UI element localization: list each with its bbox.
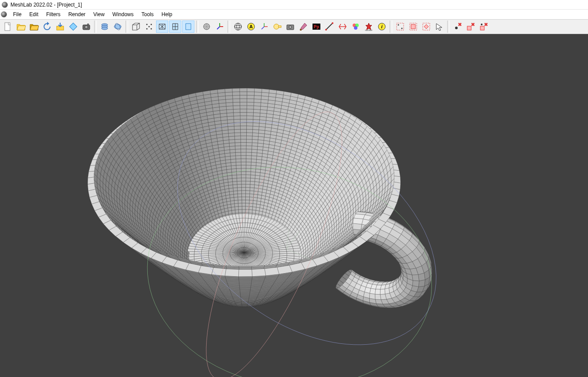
svg-marker-782 <box>231 165 236 169</box>
axes-color-icon <box>215 22 224 31</box>
svg-marker-2316 <box>247 95 255 99</box>
toolbar-separator <box>94 21 97 33</box>
open-project-button[interactable] <box>15 21 27 33</box>
menu-view[interactable]: View <box>90 10 108 18</box>
wireframe-button[interactable] <box>156 21 168 33</box>
select-face-button[interactable] <box>407 21 419 33</box>
ref-points-button[interactable] <box>310 21 323 33</box>
svg-marker-6841 <box>380 289 385 295</box>
menu-render[interactable]: Render <box>65 10 89 18</box>
svg-marker-1292 <box>252 139 258 143</box>
svg-marker-479 <box>254 185 259 188</box>
save-project-button[interactable] <box>67 21 79 33</box>
svg-marker-1884 <box>247 113 253 116</box>
svg-marker-1632 <box>240 123 247 126</box>
svg-marker-347 <box>230 194 234 198</box>
snapshot-button[interactable] <box>80 21 92 33</box>
menu-filters[interactable]: Filters <box>43 10 64 18</box>
svg-marker-172 <box>235 206 239 210</box>
svg-marker-268 <box>238 197 242 200</box>
svg-marker-2499 <box>262 93 269 96</box>
svg-marker-8806 <box>239 283 252 284</box>
info-button[interactable] <box>376 21 388 33</box>
flat-fill-button[interactable] <box>182 21 194 33</box>
menu-bar: File Edit Filters Render View Windows To… <box>0 10 588 19</box>
measure-button[interactable] <box>323 21 336 33</box>
svg-marker-870 <box>256 162 262 166</box>
svg-marker-1984 <box>260 113 267 117</box>
import-mesh-button[interactable] <box>28 21 40 33</box>
svg-marker-1601 <box>228 126 235 130</box>
svg-marker-191 <box>245 203 249 207</box>
svg-marker-1198 <box>246 143 252 146</box>
delete-all-button[interactable] <box>478 21 490 33</box>
export-icon <box>55 22 65 31</box>
svg-marker-264 <box>231 201 235 204</box>
flat-lines-button[interactable] <box>169 21 181 33</box>
camera2-icon <box>286 22 295 31</box>
delete-vert-button[interactable] <box>452 21 464 33</box>
menu-windows[interactable]: Windows <box>109 10 137 18</box>
svg-marker-609 <box>232 175 237 178</box>
menu-edit[interactable]: Edit <box>26 10 42 18</box>
axes-button[interactable] <box>258 21 270 33</box>
svg-marker-553 <box>250 178 255 182</box>
export-mesh-button[interactable] <box>54 21 66 33</box>
svg-marker-221 <box>253 204 257 207</box>
viewport-3d[interactable] <box>0 34 588 377</box>
new-project-button[interactable] <box>2 21 14 33</box>
svg-marker-6628 <box>370 293 376 299</box>
svg-marker-1131 <box>246 146 252 149</box>
svg-marker-761 <box>227 169 232 173</box>
svg-marker-1456 <box>228 133 235 137</box>
title-bar: MeshLab 2022.02 - [Project_1] <box>0 0 588 10</box>
select-conn-button[interactable] <box>420 21 432 33</box>
points-button[interactable] <box>143 21 155 33</box>
delete-face-button[interactable] <box>465 21 477 33</box>
show-raster-button[interactable] <box>112 21 124 33</box>
svg-marker-675 <box>243 223 245 228</box>
svg-marker-1807 <box>234 116 240 119</box>
bounding-box-button[interactable] <box>130 21 142 33</box>
svg-marker-2007 <box>254 109 261 113</box>
svg-marker-1134 <box>257 150 263 154</box>
svg-marker-1640 <box>247 123 253 126</box>
save-diamond-icon <box>68 22 78 31</box>
svg-marker-381 <box>241 187 246 190</box>
menu-file[interactable]: File <box>10 10 25 18</box>
align-button[interactable] <box>336 21 349 33</box>
scene-canvas[interactable] <box>0 34 588 377</box>
colorize-button[interactable] <box>350 21 362 33</box>
svg-marker-992 <box>243 227 245 232</box>
svg-marker-556 <box>232 178 237 182</box>
reload-button[interactable] <box>41 21 53 33</box>
sel-arrow-icon <box>435 22 444 31</box>
wire-icon <box>157 22 167 31</box>
toolbar-separator <box>126 21 128 33</box>
folder-open-icon <box>16 22 26 31</box>
show-layers-button[interactable] <box>99 21 111 33</box>
camera-persp-button[interactable] <box>284 21 296 33</box>
menu-tools[interactable]: Tools <box>138 10 157 18</box>
svg-marker-8296 <box>240 293 250 294</box>
svg-marker-7923 <box>353 218 364 224</box>
svg-marker-299 <box>253 197 258 201</box>
svg-marker-2055 <box>233 106 240 109</box>
paint-button[interactable] <box>297 21 309 33</box>
svg-marker-486 <box>246 181 250 185</box>
menu-help[interactable]: Help <box>158 10 176 18</box>
brush-icon <box>299 22 308 31</box>
edge-decorator-button[interactable] <box>214 21 226 33</box>
svg-marker-1444 <box>252 133 258 137</box>
svg-marker-142 <box>235 209 238 213</box>
svg-marker-1971 <box>247 109 254 113</box>
smooth-render-button[interactable] <box>201 21 213 33</box>
svg-marker-686 <box>255 172 261 176</box>
georef-button[interactable] <box>363 21 375 33</box>
select-arrow-button[interactable] <box>433 21 445 33</box>
select-vert-button[interactable] <box>394 21 406 33</box>
tape-button[interactable] <box>271 21 283 33</box>
annot-a-button[interactable] <box>245 21 257 33</box>
trackball-button[interactable] <box>232 21 244 33</box>
svg-marker-397 <box>242 218 245 223</box>
